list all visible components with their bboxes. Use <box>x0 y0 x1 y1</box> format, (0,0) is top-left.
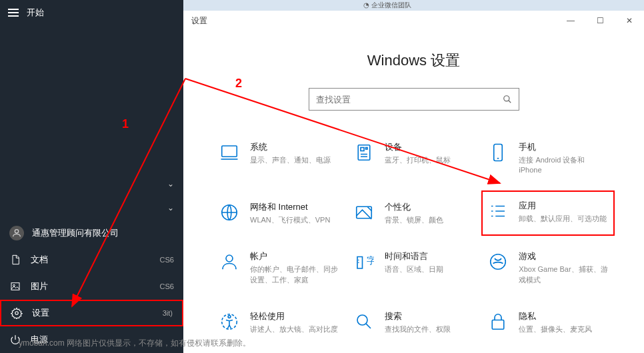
tile-title: 轻松使用 <box>250 310 338 322</box>
pictures-icon <box>9 280 21 292</box>
user-name: 通惠管理顾问有限公司 <box>32 227 119 239</box>
tile-title: 个性化 <box>385 201 443 213</box>
tile-gaming[interactable]: 游戏Xbox Game Bar、捕获、游戏模式 <box>484 246 612 289</box>
tile-time[interactable]: 字 时间和语言语音、区域、日期 <box>350 246 478 289</box>
tile-title: 游戏 <box>519 250 609 262</box>
svg-rect-18 <box>493 320 505 329</box>
tile-title: 手机 <box>519 141 609 153</box>
tile-sub: 连接 Android 设备和 iPhone <box>519 155 609 176</box>
start-item-documents[interactable]: 文档 CS6 <box>0 246 183 273</box>
privacy-icon <box>487 310 509 333</box>
time-icon: 字 <box>353 250 375 273</box>
recent-suffix: CS6 <box>160 282 174 290</box>
svg-point-4 <box>503 96 509 101</box>
svg-point-12 <box>226 255 233 262</box>
tile-sub: 背景、锁屏、颜色 <box>385 215 443 225</box>
search-bar[interactable] <box>309 88 519 111</box>
devices-icon <box>353 141 375 164</box>
search-input[interactable] <box>316 95 503 105</box>
tile-title: 搜索 <box>385 310 451 322</box>
tile-title: 网络和 Internet <box>250 201 330 213</box>
avatar-icon <box>9 226 24 240</box>
minimize-button[interactable]: ― <box>556 11 585 31</box>
window-title: 设置 <box>191 15 207 27</box>
user-section[interactable]: 通惠管理顾问有限公司 <box>0 220 183 246</box>
settings-label: 设置 <box>32 307 49 319</box>
tile-phone[interactable]: 手机连接 Android 设备和 iPhone <box>484 137 612 180</box>
watermark: ymoban.com 网络图片仅供显示，不存储，如有侵权请联系删除。 <box>19 338 251 349</box>
close-button[interactable]: ✕ <box>615 11 644 31</box>
network-icon <box>218 201 241 224</box>
tile-sub: WLAN、飞行模式、VPN <box>250 215 330 225</box>
start-item-settings[interactable]: 设置 3it) <box>0 300 183 326</box>
tile-personalization[interactable]: 个性化背景、锁屏、颜色 <box>350 197 478 229</box>
settings-window: 设置 ― ☐ ✕ Windows 设置 系统显示、声音、通知、电源 设备蓝牙、打… <box>183 11 644 353</box>
annotation-label-1: 1 <box>122 117 129 131</box>
start-title: 开始 <box>27 7 44 19</box>
svg-point-17 <box>357 315 367 325</box>
recent-suffix: CS6 <box>160 256 174 264</box>
svg-rect-5 <box>222 146 237 157</box>
documents-label: 文档 <box>31 254 48 266</box>
tile-privacy[interactable]: 隐私位置、摄像头、麦克风 <box>484 306 612 338</box>
tile-search[interactable]: 搜索查找我的文件、权限 <box>350 306 478 338</box>
svg-point-0 <box>15 230 18 233</box>
personalization-icon <box>353 201 375 224</box>
background-tab-strip: ◔ 企业微信团队 <box>183 0 644 11</box>
chevron-down-icon: ⌄ <box>167 179 174 188</box>
settings-grid: 系统显示、声音、通知、电源 设备蓝牙、打印机、鼠标 手机连接 Android 设… <box>210 137 617 338</box>
tile-sub: 位置、摄像头、麦克风 <box>519 324 592 334</box>
document-icon <box>9 254 21 266</box>
phone-icon <box>487 141 509 164</box>
start-item-pictures[interactable]: 图片 CS6 <box>0 273 183 300</box>
svg-rect-1 <box>11 283 19 290</box>
tile-network[interactable]: 网络和 InternetWLAN、飞行模式、VPN <box>215 197 343 229</box>
search-tile-icon <box>353 310 375 333</box>
ease-icon <box>218 310 241 333</box>
tile-sub: Xbox Game Bar、捕获、游戏模式 <box>519 264 609 285</box>
tile-sub: 显示、声音、通知、电源 <box>250 155 331 165</box>
svg-rect-7 <box>361 148 364 151</box>
search-icon <box>503 95 512 104</box>
titlebar: 设置 ― ☐ ✕ <box>183 11 644 31</box>
svg-text:字: 字 <box>366 256 373 266</box>
gear-icon <box>11 307 23 319</box>
window-controls: ― ☐ ✕ <box>556 11 644 31</box>
maximize-button[interactable]: ☐ <box>585 11 615 31</box>
pictures-label: 图片 <box>31 280 48 292</box>
svg-rect-8 <box>365 148 367 150</box>
tile-system[interactable]: 系统显示、声音、通知、电源 <box>215 137 343 180</box>
tile-title: 设备 <box>385 141 451 153</box>
chevron-down-icon: ⌄ <box>167 203 174 212</box>
wechat-icon: ◔ <box>363 1 369 9</box>
start-header: 开始 <box>0 0 183 25</box>
tile-sub: 蓝牙、打印机、鼠标 <box>385 155 451 165</box>
tile-sub: 你的帐户、电子邮件、同步设置、工作、家庭 <box>250 264 341 285</box>
tile-sub: 语音、区域、日期 <box>385 264 443 274</box>
page-title: Windows 设置 <box>210 51 617 71</box>
recent-app-2[interactable]: ⌄ <box>0 196 183 220</box>
svg-point-3 <box>15 312 19 315</box>
tile-apps[interactable]: 应用卸载、默认应用、可选功能 <box>481 190 615 236</box>
tab-item[interactable]: ◔ 企业微信团队 <box>357 1 418 10</box>
tile-sub: 讲述人、放大镜、高对比度 <box>250 324 338 334</box>
recent-app-1[interactable]: ⌄ <box>0 172 183 196</box>
tile-title: 系统 <box>250 141 331 153</box>
svg-point-16 <box>228 316 231 318</box>
accounts-icon <box>218 250 241 273</box>
hamburger-icon[interactable] <box>8 9 19 17</box>
settings-content: Windows 设置 系统显示、声音、通知、电源 设备蓝牙、打印机、鼠标 手机连… <box>183 31 644 352</box>
tile-sub: 查找我的文件、权限 <box>385 324 451 334</box>
tile-title: 应用 <box>519 200 607 212</box>
system-icon <box>218 141 241 164</box>
annotation-label-2: 2 <box>235 77 242 91</box>
tile-title: 时间和语言 <box>385 250 443 262</box>
gaming-icon <box>487 250 509 273</box>
tile-title: 隐私 <box>519 310 592 322</box>
recent-suffix: 3it) <box>163 309 173 317</box>
tile-devices[interactable]: 设备蓝牙、打印机、鼠标 <box>350 137 478 180</box>
start-menu: 开始 ⌄ ⌄ 通惠管理顾问有限公司 文档 CS6 图片 CS6 设置 3it) … <box>0 0 183 353</box>
tile-ease[interactable]: 轻松使用讲述人、放大镜、高对比度 <box>215 306 343 338</box>
tile-accounts[interactable]: 帐户你的帐户、电子邮件、同步设置、工作、家庭 <box>215 246 343 289</box>
tile-sub: 卸载、默认应用、可选功能 <box>519 214 607 224</box>
